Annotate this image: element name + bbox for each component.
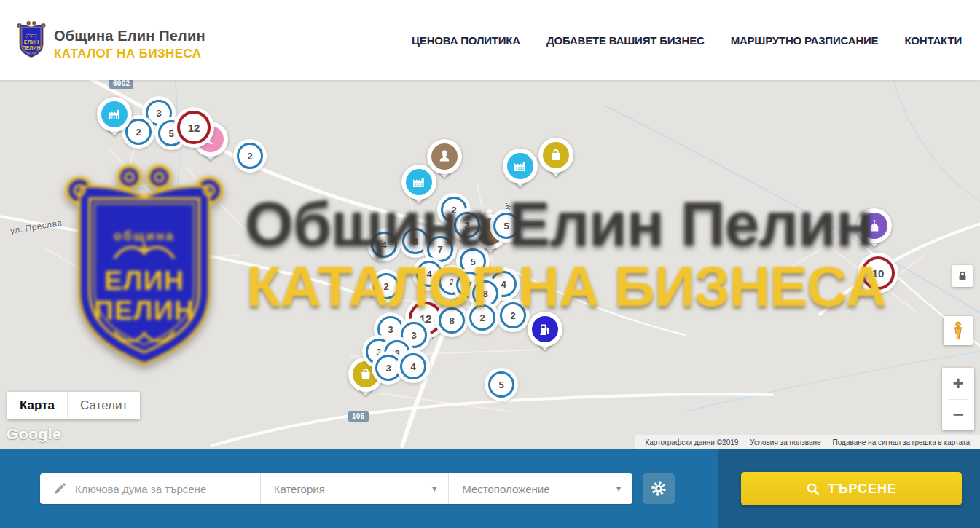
factory-pin-marker[interactable] <box>97 97 132 141</box>
fuel-icon <box>532 316 558 342</box>
header: община ЕЛИН ПЕЛИН Община Елин Пелин КАТА… <box>0 0 980 80</box>
map-type-map-button[interactable]: Карта <box>7 392 68 419</box>
watermark-subtitle: КАТАЛОГ НА БИЗНЕСА <box>246 253 886 320</box>
factory-pin-marker[interactable] <box>503 149 538 192</box>
scroll-lock-button[interactable] <box>952 265 973 287</box>
chevron-down-icon: ▾ <box>432 484 436 494</box>
keyword-search-input[interactable] <box>75 483 250 495</box>
factory-icon <box>101 101 128 127</box>
cluster-marker[interactable]: 10 <box>861 256 895 290</box>
cluster-marker[interactable]: 5 <box>493 213 520 239</box>
cluster-marker[interactable]: 2 <box>469 304 495 331</box>
watermark-title: Община Елин Пелин <box>245 188 873 260</box>
zoom-control: + − <box>942 368 974 430</box>
advanced-options-button[interactable] <box>643 473 675 504</box>
main-nav: ЦЕНОВА ПОЛИТИКА ДОБАВЕТЕ ВАШИЯТ БИЗНЕС М… <box>412 0 962 80</box>
cluster-marker[interactable]: 2 <box>237 143 263 169</box>
map-attribution: Картографски данни ©2019 Условия за полз… <box>635 435 980 449</box>
pencil-icon <box>53 482 66 495</box>
cluster-marker[interactable]: 7 <box>427 236 453 262</box>
cluster-marker[interactable]: 8 <box>472 280 498 307</box>
location-select-value: Местоположение <box>449 483 549 495</box>
cluster-marker[interactable]: 5 <box>488 371 514 398</box>
road-number-label: 6002 <box>109 80 133 89</box>
chevron-down-icon: ▾ <box>616 484 621 494</box>
svg-text:община: община <box>26 33 36 36</box>
attribution-terms-link[interactable]: Условия за ползване <box>744 438 826 446</box>
attribution-report-link[interactable]: Подаване на сигнал за грешка в картата <box>827 438 976 446</box>
search-panel: Категория ▾ Местоположение ▾ ТЪРСЕНЕ <box>0 449 980 528</box>
site-subtitle: КАТАЛОГ НА БИЗНЕСА <box>54 47 205 61</box>
cluster-marker[interactable]: 4 <box>400 353 426 379</box>
church-icon <box>861 213 887 239</box>
cluster-marker[interactable]: 2 <box>373 273 399 299</box>
street-view-pegman-button[interactable] <box>944 316 973 345</box>
lock-icon <box>957 270 968 282</box>
municipality-logo[interactable]: община ЕЛИН ПЕЛИН <box>16 19 47 60</box>
nav-route-schedule[interactable]: МАРШРУТНО РАЗПИСАНИЕ <box>731 34 879 47</box>
brand-block[interactable]: Община Елин Пелин КАТАЛОГ НА БИЗНЕСА <box>54 28 205 61</box>
svg-text:ЕЛИН: ЕЛИН <box>24 39 39 44</box>
search-fields: Категория ▾ Местоположение ▾ <box>40 473 632 504</box>
svg-text:ПЕЛИН: ПЕЛИН <box>94 295 195 326</box>
fuel-pin-marker[interactable] <box>528 312 562 355</box>
cluster-marker[interactable]: 3 <box>454 212 480 238</box>
emblem-shield-icon: община ЕЛИН ПЕЛИН <box>16 19 47 60</box>
location-select[interactable]: Местоположение ▾ <box>449 473 632 504</box>
category-select[interactable]: Категория ▾ <box>261 473 449 504</box>
category-select-value: Категория <box>261 483 325 495</box>
road-number-label: 105 <box>348 411 369 422</box>
cluster-marker[interactable]: 5 <box>460 248 486 275</box>
watermark-emblem-icon: община ЕЛИН ПЕЛИН <box>61 160 227 370</box>
svg-text:община: община <box>114 228 175 243</box>
street-name-label: ул. Преслав <box>9 218 63 236</box>
worker-pin-marker[interactable] <box>427 139 462 183</box>
pegman-icon <box>950 321 966 340</box>
attribution-data: Картографски данни ©2019 <box>639 438 744 446</box>
nav-add-business[interactable]: ДОБАВЕТЕ ВАШИЯТ БИЗНЕС <box>546 34 705 47</box>
church-pin-marker[interactable] <box>857 208 892 252</box>
cluster-marker[interactable]: 8 <box>439 307 465 334</box>
bag-icon <box>543 142 569 168</box>
nav-contacts[interactable]: КОНТАКТИ <box>904 34 962 47</box>
map-type-control: Карта Сателит <box>7 392 140 419</box>
site-title: Община Елин Пелин <box>54 28 205 44</box>
zoom-out-button[interactable]: − <box>942 400 974 431</box>
cluster-marker[interactable]: 4 <box>371 232 397 258</box>
factory-icon <box>507 153 533 179</box>
cluster-marker[interactable]: 2 <box>500 302 526 328</box>
worker-icon <box>431 143 458 170</box>
gear-icon <box>650 480 667 497</box>
google-map[interactable]: 6002105ул. Преславбул. „Новоселци" 32512… <box>0 80 980 449</box>
search-button[interactable]: ТЪРСЕНЕ <box>741 472 962 505</box>
svg-text:ПЕЛИН: ПЕЛИН <box>22 45 40 50</box>
cluster-marker[interactable]: 12 <box>177 111 211 144</box>
zoom-in-button[interactable]: + <box>942 368 974 399</box>
google-logo[interactable]: Google <box>7 425 61 443</box>
nav-pricing[interactable]: ЦЕНОВА ПОЛИТИКА <box>412 34 520 47</box>
search-icon <box>806 482 820 496</box>
bag-pin-marker[interactable] <box>538 138 573 181</box>
keyword-field-wrap <box>40 473 260 504</box>
map-type-satellite-button[interactable]: Сателит <box>68 392 140 419</box>
search-button-label: ТЪРСЕНЕ <box>828 481 897 497</box>
cluster-marker[interactable]: 6 <box>402 228 428 254</box>
cluster-marker[interactable]: 3 <box>375 355 401 381</box>
svg-text:ЕЛИН: ЕЛИН <box>104 265 184 296</box>
